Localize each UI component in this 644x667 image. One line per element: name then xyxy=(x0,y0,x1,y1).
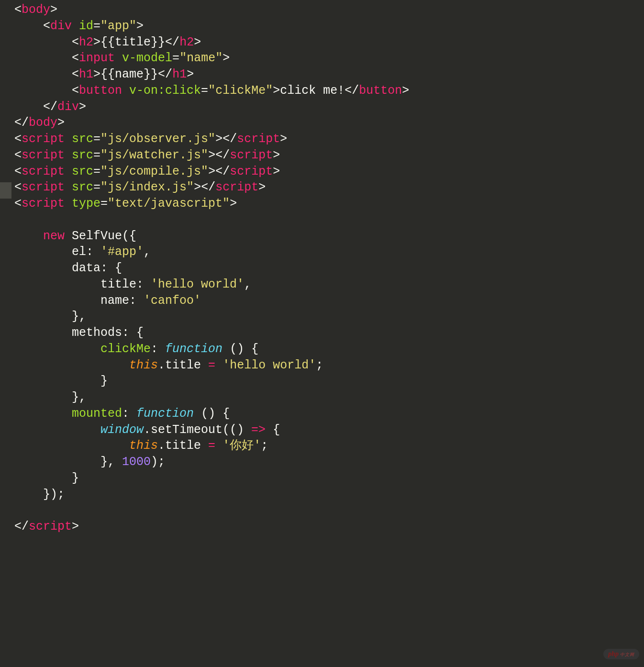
gutter-marker xyxy=(0,182,11,199)
code-editor[interactable]: <body> <div id="app"> <h2>{{title}}</h2>… xyxy=(0,0,644,535)
tag-body-open: body xyxy=(22,3,50,17)
watermark-sub: 中文网 xyxy=(620,652,634,657)
editor-gutter xyxy=(0,0,11,667)
watermark-main: php xyxy=(608,650,619,657)
watermark: php中文网 xyxy=(603,649,639,659)
